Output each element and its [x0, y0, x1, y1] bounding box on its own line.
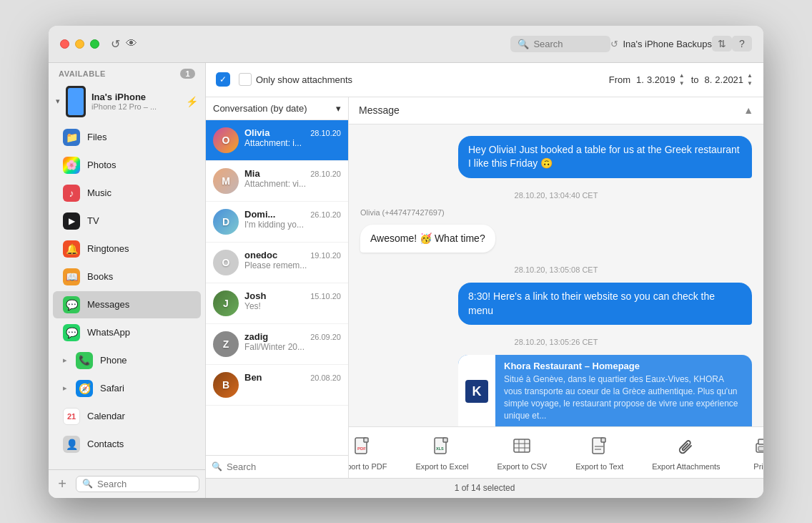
- from-date-down[interactable]: ▼: [678, 80, 685, 87]
- contacts-label: Contacts: [87, 439, 124, 449]
- conversation-item-ben[interactable]: B Ben 20.08.20: [206, 365, 348, 406]
- titlebar-search-input[interactable]: [533, 39, 603, 49]
- conv-preview-domi: I'm kidding yo...: [244, 220, 341, 230]
- sidebar-item-books[interactable]: 📖 Books: [53, 263, 201, 290]
- sidebar-item-contacts[interactable]: 👤 Contacts: [53, 431, 201, 458]
- to-date-up[interactable]: ▲: [746, 72, 753, 79]
- sidebar-search[interactable]: 🔍: [76, 476, 199, 492]
- print-action[interactable]: Print: [742, 429, 763, 475]
- sidebar-item-ringtones[interactable]: 🔔 Ringtones: [53, 235, 201, 263]
- export-attachments-action[interactable]: Export Attachments: [645, 429, 727, 475]
- available-label: AVAILABLE: [59, 69, 106, 78]
- conv-date-mia: 28.10.20: [310, 170, 341, 178]
- sidebar-bottom: + 🔍: [49, 469, 205, 498]
- add-button[interactable]: +: [54, 476, 70, 492]
- phone-chevron-icon: ▸: [63, 356, 67, 365]
- conversation-item-josh[interactable]: J Josh 15.10.20 Yes!: [206, 283, 348, 324]
- link-card-text: Khora Restaurant – Homepage Situé à Genè…: [495, 355, 752, 426]
- chat-collapse-button[interactable]: ▲: [743, 104, 753, 116]
- sidebar-search-input[interactable]: [97, 479, 193, 489]
- from-date-stepper[interactable]: ▲ ▼: [678, 72, 685, 87]
- to-date-val: 2.2021: [715, 74, 743, 85]
- conv-date-ben: 20.08.20: [310, 373, 341, 382]
- conversation-search-input[interactable]: [227, 461, 347, 472]
- conv-avatar-letter-olivia: O: [222, 135, 230, 146]
- export-excel-label: Export to Excel: [415, 462, 468, 471]
- sidebar-item-messages[interactable]: 💬 Messages: [53, 291, 201, 318]
- timestamp-3: 28.10.20, 13:05:26 CET: [360, 338, 752, 346]
- message-bubble-received-1: Awesome! 🥳 What time?: [360, 225, 495, 253]
- to-date-stepper[interactable]: ▲ ▼: [746, 72, 753, 87]
- files-label: Files: [87, 132, 107, 142]
- attachments-label-text: Only show attachments: [256, 74, 352, 85]
- conv-preview-zadig: Fall/Winter 20...: [244, 342, 341, 352]
- sender-label-olivia-1: Olivia (+447477427697): [360, 208, 752, 217]
- export-pdf-action[interactable]: PDF Export to PDF: [349, 429, 394, 475]
- svg-text:XLS: XLS: [436, 446, 444, 451]
- attachments-checkbox[interactable]: [239, 73, 252, 86]
- conversation-header[interactable]: Conversation (by date) ▾: [206, 97, 348, 120]
- export-text-action[interactable]: Export to Text: [568, 429, 630, 475]
- sidebar-item-safari[interactable]: ▸ 🧭 Safari: [53, 375, 201, 402]
- messages-icon: 💬: [63, 296, 80, 313]
- blue-checkbox[interactable]: ✓: [216, 72, 230, 87]
- device-screen: [68, 88, 84, 115]
- calendar-icon: 21: [63, 408, 80, 425]
- link-logo-img: K: [465, 380, 488, 403]
- close-button[interactable]: [60, 39, 69, 49]
- conversation-search[interactable]: 🔍: [206, 455, 348, 478]
- sidebar-item-phone[interactable]: ▸ 📞 Phone: [53, 347, 201, 374]
- transfer-icon-button[interactable]: ⇅: [712, 36, 732, 52]
- timestamp-1: 28.10.20, 13:04:40 CET: [360, 191, 752, 200]
- conversation-list-items: O Olivia 28.10.20 Attachment: i...: [206, 120, 348, 455]
- sidebar-device[interactable]: ▾ Ina's iPhone iPhone 12 Pro – ... ⚡: [49, 82, 205, 123]
- conversation-item-olivia[interactable]: O Olivia 28.10.20 Attachment: i...: [206, 120, 348, 161]
- message-row-received-1: Awesome! 🥳 What time?: [360, 225, 752, 253]
- svg-rect-4: [443, 438, 447, 442]
- conversation-item-onedoc[interactable]: O onedoc 19.10.20 Please remem...: [206, 243, 348, 283]
- export-excel-action[interactable]: XLS Export to Excel: [408, 429, 475, 475]
- link-card-title: Khora Restaurant – Homepage: [504, 361, 743, 371]
- ringtones-icon: 🔔: [63, 240, 80, 258]
- help-button[interactable]: ?: [732, 36, 752, 52]
- sidebar-item-photos[interactable]: 🌸 Photos: [53, 152, 201, 179]
- conv-info-onedoc: onedoc 19.10.20 Please remem...: [244, 250, 341, 270]
- conversation-item-domi[interactable]: D Domi... 26.10.20 I'm kidding yo...: [206, 202, 348, 243]
- eye-icon[interactable]: 👁: [126, 37, 137, 50]
- calendar-label: Calendar: [87, 411, 125, 421]
- maximize-button[interactable]: [90, 39, 99, 49]
- conv-date-onedoc: 19.10.20: [310, 251, 341, 260]
- device-chevron-icon: ▾: [56, 97, 60, 106]
- sidebar-item-music[interactable]: ♪ Music: [53, 180, 201, 207]
- sidebar-item-whatsapp[interactable]: 💬 WhatsApp: [53, 319, 201, 346]
- link-card-desc: Situé à Genève, dans le quartier des Eau…: [504, 373, 743, 421]
- conv-info-domi: Domi... 26.10.20 I'm kidding yo...: [244, 209, 341, 230]
- conv-avatar-letter-mia: M: [222, 175, 230, 187]
- export-pdf-label: Export to PDF: [349, 462, 387, 471]
- conversation-item-mia[interactable]: M Mia 28.10.20 Attachment: vi...: [206, 161, 348, 202]
- chat-messages: Hey Olivia! Just booked a table for us a…: [349, 124, 763, 426]
- conversation-item-zadig[interactable]: Z zadig 26.09.20 Fall/Winter 20...: [206, 324, 348, 365]
- messages-toolbar: ✓ Only show attachments From 1. 3.2019 ▲…: [206, 63, 763, 97]
- conv-name-domi: Domi...: [244, 209, 275, 220]
- sidebar-item-calendar[interactable]: 21 Calendar: [53, 403, 201, 430]
- conv-info-josh: Josh 15.10.20 Yes!: [244, 290, 341, 311]
- reload-icon[interactable]: ↺: [111, 37, 120, 51]
- tv-icon: ▶: [63, 212, 80, 230]
- link-card[interactable]: K Khora Restaurant – Homepage Situé à Ge…: [458, 355, 752, 426]
- timestamp-2: 28.10.20, 13:05:08 CET: [360, 265, 752, 274]
- conv-avatar-olivia: O: [213, 127, 239, 153]
- export-pdf-icon: PDF: [350, 434, 375, 459]
- sidebar-item-tv[interactable]: ▶ TV: [53, 207, 201, 235]
- bottom-toolbar: PDF Export to PDF XLS: [349, 426, 763, 478]
- conv-name-zadig: zadig: [244, 331, 268, 342]
- minimize-button[interactable]: [75, 39, 84, 49]
- from-label: From: [609, 74, 630, 85]
- message-bubble-sent-2: 8:30! Here's a link to their website so …: [458, 283, 752, 325]
- export-csv-action[interactable]: Export to CSV: [490, 429, 554, 475]
- titlebar-search[interactable]: 🔍: [510, 36, 610, 52]
- sidebar-item-files[interactable]: 📁 Files: [53, 124, 201, 151]
- to-date-down[interactable]: ▼: [746, 80, 753, 87]
- safari-chevron-icon: ▸: [63, 383, 67, 393]
- from-date-up[interactable]: ▲: [678, 72, 685, 79]
